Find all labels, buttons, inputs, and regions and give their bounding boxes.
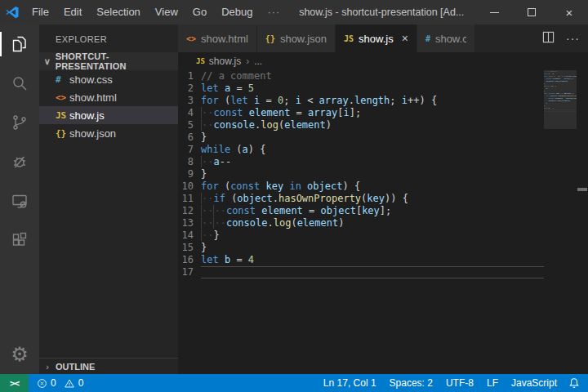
split-editor-icon[interactable] bbox=[542, 31, 555, 46]
file-item-show.html[interactable]: <>show.html bbox=[39, 88, 178, 106]
file-item-show.json[interactable]: {}show.json bbox=[39, 124, 178, 142]
tab-show.css[interactable]: #show.css bbox=[417, 24, 474, 52]
code-line-14[interactable]: 14··} bbox=[178, 229, 544, 242]
close-tab-icon[interactable]: × bbox=[402, 32, 408, 45]
line-text: // a comment bbox=[201, 70, 544, 82]
code-line-16[interactable]: 16let b = 4 bbox=[178, 254, 544, 266]
breadcrumb[interactable]: JS show.js › ... bbox=[178, 52, 588, 70]
code-line-5[interactable]: 5··console.log(element) bbox=[178, 119, 544, 131]
code-line-3[interactable]: 3for (let i = 0; i < array.length; i++) … bbox=[178, 95, 544, 107]
folder-row[interactable]: ∨ SHORTCUT-PRESENTATION bbox=[39, 52, 178, 70]
file-type-icon: JS bbox=[56, 110, 69, 121]
file-type-icon: # bbox=[425, 34, 430, 43]
code-editor[interactable]: 1// a comment2let a = 53for (let i = 0; … bbox=[178, 70, 588, 374]
search-icon[interactable] bbox=[0, 64, 39, 103]
problems-status[interactable]: 0 0 bbox=[37, 377, 83, 389]
menu-go[interactable]: Go bbox=[185, 0, 214, 24]
more-actions-icon[interactable]: ··· bbox=[566, 32, 580, 45]
extensions-icon[interactable] bbox=[0, 220, 39, 260]
status-indentation[interactable]: Spaces: 2 bbox=[383, 377, 439, 389]
code-line-1[interactable]: 1// a comment bbox=[178, 70, 544, 82]
code-line-17[interactable] bbox=[544, 109, 577, 112]
menu-view[interactable]: View bbox=[148, 0, 185, 24]
file-item-show.css[interactable]: #show.css bbox=[39, 70, 178, 88]
tab-show.html[interactable]: <>show.html bbox=[178, 24, 256, 52]
window-title: show.js - shortcut-presentation [Ad... bbox=[287, 7, 475, 18]
close-button[interactable]: × bbox=[550, 0, 588, 24]
chevron-right-icon: › bbox=[39, 362, 56, 372]
file-item-show.js[interactable]: JSshow.js bbox=[39, 106, 178, 124]
maximize-button[interactable] bbox=[513, 0, 550, 24]
status-eol[interactable]: LF bbox=[480, 377, 505, 389]
menu-selection[interactable]: Selection bbox=[89, 0, 147, 24]
run-and-debug-icon[interactable] bbox=[0, 142, 39, 181]
status-language-mode[interactable]: JavaScript bbox=[505, 377, 564, 389]
code-line-15[interactable]: 15} bbox=[178, 242, 544, 254]
remote-indicator[interactable]: >< bbox=[0, 374, 29, 392]
notifications-bell-icon[interactable] bbox=[564, 377, 588, 389]
line-text: for (const key in object) { bbox=[201, 180, 544, 193]
code-line-11[interactable]: 11··if (object.hasOwnProperty(key)) { bbox=[178, 193, 544, 205]
code-line-6[interactable]: 6} bbox=[178, 131, 544, 144]
code-line-10[interactable]: 10for (const key in object) { bbox=[178, 180, 544, 193]
code-line-13[interactable]: 13····console.log(element) bbox=[178, 217, 544, 229]
line-text: } bbox=[201, 131, 544, 144]
menu-more-icon[interactable]: ··· bbox=[260, 0, 287, 24]
explorer-sidebar: EXPLORER ∨ SHORTCUT-PRESENTATION #show.c… bbox=[39, 24, 178, 374]
line-number: 16 bbox=[178, 254, 201, 266]
line-text: let a = 5 bbox=[201, 82, 544, 95]
line-text: ··} bbox=[201, 229, 544, 242]
editor-pane: <>show.html{}show.jsonJSshow.js×#show.cs… bbox=[178, 24, 588, 374]
minimap-content: // a commentlet a = 5for (let i = 0; i <… bbox=[544, 70, 577, 112]
menu-bar: FileEditSelectionViewGoDebug··· bbox=[24, 0, 287, 24]
menu-debug[interactable]: Debug bbox=[214, 0, 260, 24]
remote-explorer-icon[interactable] bbox=[0, 181, 39, 220]
window-controls: × bbox=[475, 0, 588, 24]
line-number: 6 bbox=[178, 131, 201, 144]
code-line-2[interactable]: 2let a = 5 bbox=[178, 82, 544, 95]
tab-show.json[interactable]: {}show.json bbox=[257, 24, 335, 52]
code-line-4[interactable]: 4··const element = array[i]; bbox=[178, 107, 544, 119]
file-name: show.json bbox=[69, 127, 116, 140]
menu-file[interactable]: File bbox=[24, 0, 56, 24]
code-lines: 1// a comment2let a = 53for (let i = 0; … bbox=[178, 70, 544, 278]
outline-section[interactable]: › OUTLINE bbox=[39, 358, 178, 374]
code-line-7[interactable]: 7while (a) { bbox=[178, 144, 544, 156]
status-cursor-position[interactable]: Ln 17, Col 1 bbox=[317, 377, 383, 389]
minimize-button[interactable] bbox=[475, 0, 513, 24]
line-number: 13 bbox=[178, 217, 201, 229]
line-text: } bbox=[201, 242, 544, 254]
file-type-icon: <> bbox=[186, 34, 196, 43]
tab-label: show.js bbox=[359, 33, 394, 45]
line-text bbox=[544, 109, 577, 112]
line-number: 5 bbox=[178, 119, 201, 131]
breadcrumb-file[interactable]: show.js bbox=[209, 56, 241, 67]
source-control-icon[interactable] bbox=[0, 103, 39, 142]
breadcrumb-more[interactable]: ... bbox=[254, 56, 262, 67]
editor-actions: ··· bbox=[475, 24, 588, 52]
warning-count: 0 bbox=[78, 377, 84, 389]
status-encoding[interactable]: UTF-8 bbox=[439, 377, 480, 389]
file-name: show.html bbox=[69, 91, 117, 104]
folder-name: SHORTCUT-PRESENTATION bbox=[56, 51, 178, 71]
warning-icon bbox=[64, 378, 75, 389]
line-number: 1 bbox=[178, 70, 201, 82]
status-right: Ln 17, Col 1Spaces: 2UTF-8LFJavaScript bbox=[317, 377, 564, 389]
settings-gear-icon[interactable]: ⚙ bbox=[0, 335, 39, 374]
line-text: for (let i = 0; i < array.length; i++) { bbox=[201, 95, 544, 107]
tab-show.js[interactable]: JSshow.js× bbox=[336, 24, 416, 52]
tab-label: show.css bbox=[435, 33, 466, 45]
menu-edit[interactable]: Edit bbox=[56, 0, 89, 24]
line-number: 4 bbox=[178, 107, 201, 119]
code-line-8[interactable]: 8··a-- bbox=[178, 156, 544, 168]
line-number: 12 bbox=[178, 205, 201, 217]
code-line-17[interactable]: 17 bbox=[178, 266, 544, 278]
code-line-12[interactable]: 12····const element = object[key]; bbox=[178, 205, 544, 217]
explorer-icon[interactable] bbox=[0, 24, 39, 64]
minimap[interactable]: // a commentlet a = 5for (let i = 0; i <… bbox=[544, 70, 577, 374]
tab-label: show.html bbox=[201, 33, 248, 45]
overview-ruler[interactable] bbox=[577, 70, 588, 374]
code-line-9[interactable]: 9} bbox=[178, 168, 544, 180]
file-type-icon: {} bbox=[56, 128, 69, 139]
file-name: show.js bbox=[69, 109, 105, 122]
